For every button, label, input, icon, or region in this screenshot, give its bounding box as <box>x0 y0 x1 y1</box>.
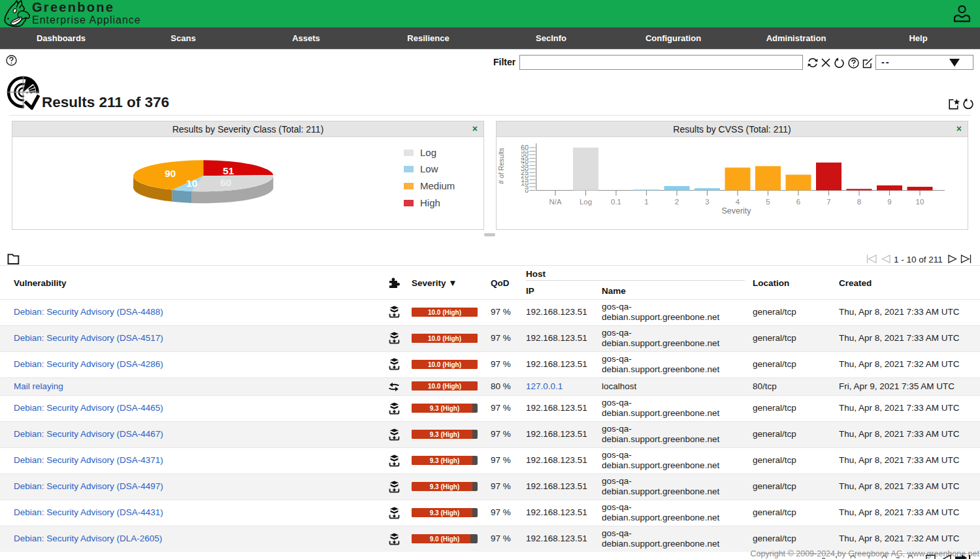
svg-text:10: 10 <box>186 178 197 189</box>
svg-text:5: 5 <box>766 198 770 206</box>
svg-text:7: 7 <box>826 198 830 206</box>
svg-text:Log: Log <box>420 147 436 158</box>
svg-text:0.1: 0.1 <box>611 198 621 206</box>
svg-text:3: 3 <box>705 198 709 206</box>
svg-text:9: 9 <box>887 198 891 206</box>
svg-text:6: 6 <box>796 198 800 206</box>
svg-text:Severity: Severity <box>721 206 751 216</box>
svg-text:Low: Low <box>420 163 438 174</box>
svg-text:8: 8 <box>857 198 861 206</box>
svg-text:1: 1 <box>644 198 648 206</box>
svg-text:60: 60 <box>220 177 231 188</box>
svg-text:# of Results: # of Results <box>497 148 505 184</box>
svg-text:60: 60 <box>521 144 529 152</box>
svg-text:Medium: Medium <box>420 180 455 191</box>
svg-text:2: 2 <box>675 198 679 206</box>
svg-text:90: 90 <box>165 168 176 179</box>
svg-text:High: High <box>420 197 440 208</box>
svg-text:10: 10 <box>916 198 924 206</box>
svg-text:Log: Log <box>580 198 592 206</box>
svg-text:N/A: N/A <box>549 198 562 206</box>
svg-text:4: 4 <box>736 198 740 206</box>
svg-text:51: 51 <box>223 165 235 176</box>
